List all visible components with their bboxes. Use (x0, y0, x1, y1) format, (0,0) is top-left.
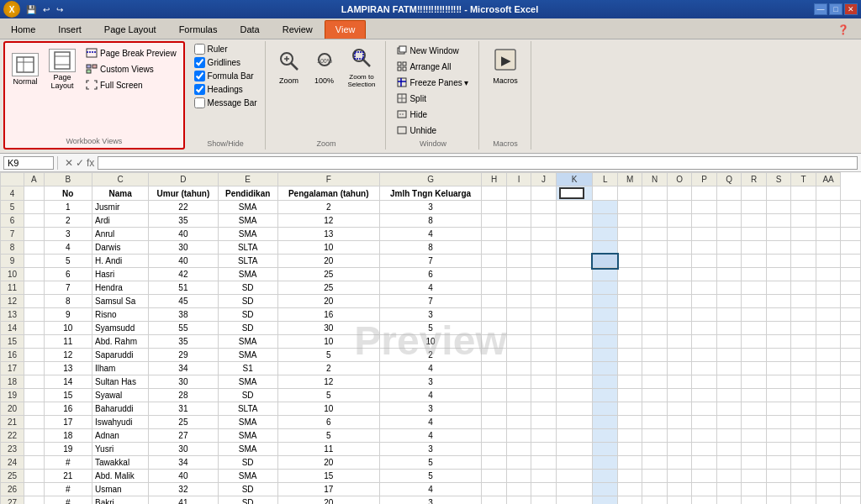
table-row: 4 No Nama Umur (tahun) Pendidikan Pengal… (1, 186, 861, 201)
close-button[interactable]: ✕ (844, 3, 858, 15)
minimize-button[interactable]: — (814, 3, 827, 15)
table-row: 106Hasri42SMA256 (1, 268, 861, 281)
col-F[interactable]: F (277, 173, 379, 186)
normal-view-icon (12, 53, 39, 76)
tab-formulas[interactable]: Formulas (168, 20, 229, 39)
tab-view[interactable]: View (325, 20, 367, 39)
gridlines-label: Gridlines (208, 58, 240, 67)
excel-grid: A B C D E F G H I J K L M N O P Q (0, 172, 861, 504)
table-row: 117Hendra51SD254 (1, 281, 861, 295)
spreadsheet-area: Preview A B C D E F G H I J K L M (0, 172, 861, 504)
col-K[interactable]: K (556, 173, 593, 186)
grid-container[interactable]: Preview A B C D E F G H I J K L M (0, 172, 861, 504)
col-C[interactable]: C (92, 173, 149, 186)
zoom-to-selection-label: Zoom toSelection (348, 73, 376, 88)
zoom-100-button[interactable]: 100% 100% (308, 46, 341, 88)
macros-btn-label: Macros (493, 76, 518, 85)
tab-review[interactable]: Review (272, 20, 324, 39)
col-P[interactable]: P (692, 173, 716, 186)
full-screen-button[interactable]: Full Screen (82, 77, 181, 92)
macros-group: ▶ Macros Macros (481, 41, 531, 150)
col-R[interactable]: R (742, 173, 766, 186)
svg-rect-3 (55, 52, 70, 69)
macros-button[interactable]: ▶ Macros (487, 43, 524, 88)
col-AA[interactable]: AA (816, 173, 840, 186)
headings-checkbox[interactable] (194, 84, 205, 95)
table-row: 27#Bakri41SD203 (1, 496, 861, 505)
save-qa-btn[interactable]: 💾 (24, 4, 39, 15)
ruler-checkbox-item[interactable]: Ruler (192, 43, 260, 55)
ribbon: Home Insert Page Layout Formulas Data Re… (0, 18, 861, 154)
col-A[interactable]: A (24, 173, 45, 186)
message-bar-checkbox[interactable] (194, 97, 205, 108)
svg-rect-9 (92, 65, 97, 68)
tab-home[interactable]: Home (0, 20, 46, 39)
col-T[interactable]: T (791, 173, 816, 186)
tab-insert[interactable]: Insert (47, 20, 92, 39)
col-Q[interactable]: Q (716, 173, 741, 186)
maximize-button[interactable]: □ (829, 3, 843, 15)
unhide-button[interactable]: Unhide (393, 123, 473, 138)
undo-qa-btn[interactable]: ↩ (40, 4, 52, 15)
headings-label: Headings (208, 85, 243, 94)
svg-rect-26 (398, 78, 406, 87)
headings-checkbox-item[interactable]: Headings (192, 83, 260, 96)
col-L[interactable]: L (593, 173, 617, 186)
split-button[interactable]: Split (393, 91, 473, 106)
window-group-label: Window (420, 138, 446, 148)
tab-data[interactable]: Data (229, 20, 270, 39)
normal-view-label: Normal (13, 77, 37, 86)
zoom-group: Zoom 100% 100% Zoom toSelection Zoom (267, 41, 387, 150)
svg-rect-34 (398, 127, 406, 134)
freeze-panes-button[interactable]: Freeze Panes ▾ (393, 75, 473, 90)
ruler-checkbox[interactable] (194, 44, 205, 55)
col-O[interactable]: O (667, 173, 691, 186)
col-E[interactable]: E (218, 173, 277, 186)
new-window-button[interactable]: New Window (393, 43, 473, 58)
normal-view-button[interactable]: Normal (8, 50, 43, 88)
formula-input[interactable] (98, 156, 858, 170)
zoom-to-selection-button[interactable]: Zoom toSelection (343, 43, 381, 92)
zoom-button[interactable]: Zoom (272, 46, 306, 88)
redo-qa-btn[interactable]: ↪ (54, 4, 66, 15)
page-layout-view-button[interactable]: PageLayout (45, 46, 80, 92)
formula-bar-separator (57, 156, 58, 170)
page-break-preview-button[interactable]: Page Break Preview (82, 45, 181, 60)
message-bar-checkbox-item[interactable]: Message Bar (192, 97, 260, 109)
col-G[interactable]: G (379, 173, 482, 186)
svg-rect-0 (17, 57, 34, 72)
new-window-label: New Window (409, 46, 458, 55)
col-N[interactable]: N (642, 173, 667, 186)
formula-bar-checkbox-item[interactable]: Formula Bar (192, 70, 260, 82)
table-row: 1814Sultan Has30SMA123 (1, 375, 861, 389)
svg-rect-25 (403, 67, 406, 71)
col-M[interactable]: M (617, 173, 642, 186)
title-bar: X 💾 ↩ ↪ LAMPIRAN FATM‼‼‼‼‼‼‼‼ - Microsof… (0, 0, 861, 18)
gridlines-checkbox[interactable] (194, 57, 205, 68)
col-H[interactable]: H (482, 173, 506, 186)
custom-views-button[interactable]: Custom Views (82, 61, 181, 76)
page-break-preview-label: Page Break Preview (100, 49, 177, 58)
col-J[interactable]: J (531, 173, 556, 186)
gridlines-checkbox-item[interactable]: Gridlines (192, 56, 260, 69)
tab-page-layout[interactable]: Page Layout (93, 20, 167, 39)
enter-formula-icon[interactable]: ✓ (76, 157, 84, 169)
svg-rect-10 (87, 70, 91, 73)
col-S[interactable]: S (766, 173, 790, 186)
zoom-btn-label: Zoom (279, 76, 298, 85)
col-I[interactable]: I (506, 173, 531, 186)
zoom-group-label: Zoom (316, 138, 335, 148)
title-bar-controls: — □ ✕ (814, 3, 858, 15)
arrange-all-button[interactable]: Arrange All (393, 59, 473, 74)
table-row: 2521Abd. Malik40SMA155 (1, 470, 861, 483)
workbook-views-label: Workbook Views (66, 135, 122, 145)
name-box[interactable] (3, 156, 54, 170)
col-B[interactable]: B (44, 173, 92, 186)
cancel-formula-icon[interactable]: ✕ (65, 157, 73, 169)
help-button[interactable]: ❓ (827, 20, 860, 39)
formula-bar-checkbox[interactable] (194, 71, 205, 81)
col-D[interactable]: D (149, 173, 218, 186)
workbook-views-content: Normal PageLayout Page Break Preview (8, 45, 181, 92)
hide-button[interactable]: Hide (393, 107, 473, 122)
insert-function-icon[interactable]: fx (87, 157, 94, 169)
